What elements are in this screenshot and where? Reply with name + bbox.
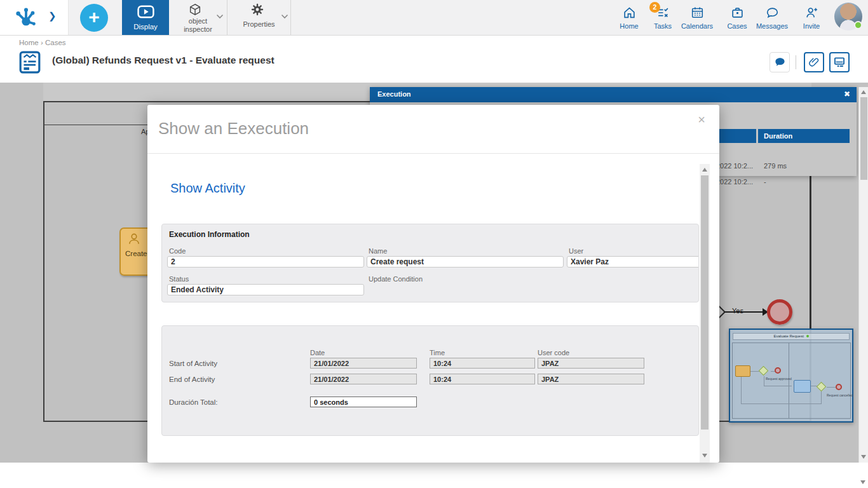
- total-duration-field[interactable]: [310, 396, 417, 407]
- expand-menu-chevron-icon[interactable]: ❯: [48, 10, 57, 22]
- nav-messages-label: Messages: [750, 22, 794, 30]
- status-label: Status: [169, 275, 189, 283]
- minimap-title: Evaluate Request: [733, 333, 850, 340]
- table-header-duration[interactable]: Duration: [758, 129, 850, 143]
- date-column-header: Date: [310, 349, 325, 356]
- code-label: Code: [169, 247, 186, 255]
- page-title: (Global) Refunds Request v1 - Evaluate r…: [52, 55, 275, 66]
- app-logo-icon[interactable]: [14, 6, 38, 30]
- gear-icon: [250, 3, 264, 17]
- person-icon: [127, 231, 141, 247]
- monitor-view-button[interactable]: [829, 52, 850, 72]
- add-new-button[interactable]: +: [80, 4, 108, 32]
- minimap-end-event: [775, 367, 781, 374]
- status-field[interactable]: [167, 284, 364, 295]
- start-usercode-field[interactable]: [538, 358, 644, 369]
- minimap-end1-label: Request approved: [766, 377, 792, 381]
- display-button-label: Display: [122, 23, 169, 30]
- speech-bubble-icon: [765, 6, 780, 20]
- table-row-duration[interactable]: 279 ms: [764, 162, 787, 170]
- attachments-button[interactable]: [804, 52, 824, 72]
- table-row-duration[interactable]: -: [764, 178, 766, 186]
- calendar-icon: [690, 6, 705, 20]
- modal-close-icon[interactable]: ×: [698, 112, 705, 127]
- execution-panel-header[interactable]: Execution ✖: [370, 87, 857, 102]
- nav-messages[interactable]: Messages: [750, 0, 794, 35]
- end-event-circle[interactable]: [767, 299, 792, 325]
- cube-icon: [188, 3, 202, 17]
- outer-scroll-down-arrow-icon[interactable]: [860, 480, 865, 484]
- minimap-end2-label: Request cancelled: [827, 393, 853, 397]
- diagram-minimap[interactable]: Evaluate Request Request approved: [729, 329, 853, 423]
- end-time-field[interactable]: [430, 374, 535, 384]
- case-document-icon: [19, 51, 41, 74]
- start-of-activity-label: Start of Activity: [169, 360, 217, 367]
- breadcrumb-cases[interactable]: Cases: [45, 39, 66, 46]
- usercode-column-header: User code: [538, 349, 569, 356]
- end-usercode-field[interactable]: [538, 374, 644, 384]
- brand-area: ❯: [0, 0, 69, 35]
- scroll-up-arrow-icon[interactable]: [861, 90, 866, 94]
- modal-scroll-up-icon[interactable]: [702, 168, 707, 172]
- name-label: Name: [369, 247, 387, 255]
- nav-invite[interactable]: Invite: [794, 0, 829, 35]
- briefcase-icon: [730, 6, 745, 20]
- update-condition-label: Update Condition: [369, 275, 423, 283]
- minimap-lanes: Request approved Request cancelled: [732, 342, 851, 419]
- modal-header: Show an Eexecution ×: [147, 105, 719, 154]
- modal-scrollbar-thumb[interactable]: [701, 175, 709, 430]
- properties-button[interactable]: Properties: [227, 0, 291, 35]
- case-title-bar: Home › Cases (Global) Refunds Request v1…: [0, 36, 868, 83]
- canvas-scrollbar[interactable]: [858, 87, 868, 463]
- play-display-icon: [137, 5, 154, 18]
- user-label: User: [569, 247, 583, 255]
- scrollbar-thumb[interactable]: [860, 97, 867, 180]
- home-icon: [622, 6, 637, 20]
- execution-information-panel: Execution Information Code Name User Sta…: [161, 224, 699, 302]
- nav-calendars-label: Calendars: [675, 22, 719, 30]
- flow-yes-label: Yes: [732, 307, 743, 315]
- button-divider: [796, 55, 796, 69]
- time-column-header: Time: [430, 349, 445, 356]
- breadcrumb-home[interactable]: Home: [19, 39, 39, 46]
- monitor-icon: [833, 56, 846, 69]
- total-duration-label: Duración Total:: [169, 398, 218, 406]
- online-status-dot: [854, 21, 862, 29]
- nav-calendars[interactable]: Calendars: [675, 0, 719, 35]
- modal-scrollbar[interactable]: [700, 164, 710, 463]
- user-field[interactable]: [567, 256, 699, 268]
- app-window: ❯ + Display object inspector: [0, 0, 868, 488]
- paperclip-icon: [808, 56, 820, 69]
- execution-panel-close-icon[interactable]: ✖: [844, 90, 850, 98]
- object-inspector-button[interactable]: object inspector: [169, 0, 227, 35]
- scroll-down-arrow-icon[interactable]: [861, 455, 866, 459]
- object-inspector-label-2: inspector: [169, 25, 227, 33]
- minimap-activity-blue: [794, 380, 811, 393]
- show-execution-modal: Show an Eexecution × Show Activity Execu…: [147, 105, 719, 463]
- nav-home[interactable]: Home: [611, 0, 647, 35]
- breadcrumb-separator: ›: [41, 39, 43, 46]
- properties-label: Properties: [227, 20, 290, 28]
- modal-scroll-down-icon[interactable]: [702, 454, 707, 458]
- chat-bubble-icon: [773, 56, 787, 69]
- start-time-field[interactable]: [430, 358, 535, 369]
- minimap-gateway: [817, 382, 827, 392]
- execution-information-title: Execution Information: [169, 230, 250, 239]
- code-field[interactable]: [167, 256, 364, 268]
- minimap-status-dot: [806, 335, 809, 337]
- start-date-field[interactable]: [310, 358, 417, 369]
- nav-home-label: Home: [611, 22, 647, 30]
- name-field[interactable]: [367, 256, 564, 268]
- breadcrumb: Home › Cases: [19, 39, 66, 46]
- minimap-gateway: [759, 366, 769, 376]
- top-toolbar: ❯ + Display object inspector: [0, 0, 868, 36]
- person-add-icon: [804, 6, 819, 20]
- display-button[interactable]: Display: [122, 0, 169, 35]
- chevron-down-icon[interactable]: [216, 14, 224, 19]
- show-activity-heading: Show Activity: [170, 181, 245, 196]
- comments-button[interactable]: [770, 52, 790, 72]
- chevron-down-icon[interactable]: [281, 14, 288, 19]
- tasks-badge: 2: [649, 2, 660, 13]
- end-date-field[interactable]: [310, 374, 417, 384]
- minimap-activity-orange: [735, 365, 750, 377]
